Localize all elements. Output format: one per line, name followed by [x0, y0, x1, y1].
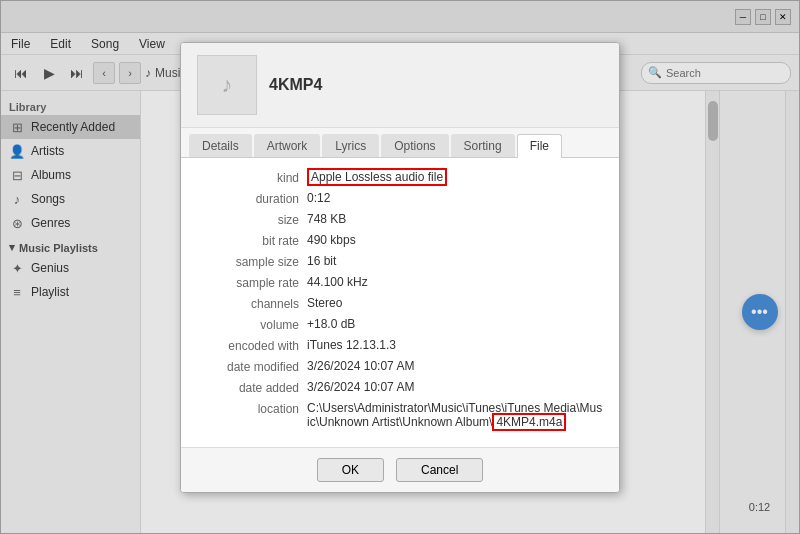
- dialog-overlay: ♪ 4KMP4 Details Artwork Lyrics Options S…: [0, 0, 800, 534]
- samplerate-value: 44.100 kHz: [307, 275, 603, 289]
- size-label: size: [197, 212, 307, 227]
- info-row-encoded: encoded with iTunes 12.13.1.3: [197, 338, 603, 353]
- info-row-size: size 748 KB: [197, 212, 603, 227]
- encoded-label: encoded with: [197, 338, 307, 353]
- ok-button[interactable]: OK: [317, 458, 384, 482]
- dateadded-value: 3/26/2024 10:07 AM: [307, 380, 603, 394]
- tab-details[interactable]: Details: [189, 134, 252, 157]
- info-row-volume: volume +18.0 dB: [197, 317, 603, 332]
- channels-label: channels: [197, 296, 307, 311]
- kind-label: kind: [197, 170, 307, 185]
- datemodified-label: date modified: [197, 359, 307, 374]
- tabs-row: Details Artwork Lyrics Options Sorting F…: [181, 128, 619, 158]
- size-value: 748 KB: [307, 212, 603, 226]
- bitrate-label: bit rate: [197, 233, 307, 248]
- samplesize-label: sample size: [197, 254, 307, 269]
- album-art: ♪: [197, 55, 257, 115]
- dateadded-label: date added: [197, 380, 307, 395]
- info-row-kind: kind Apple Lossless audio file: [197, 170, 603, 185]
- info-row-dateadded: date added 3/26/2024 10:07 AM: [197, 380, 603, 395]
- song-info-dialog: ♪ 4KMP4 Details Artwork Lyrics Options S…: [180, 42, 620, 493]
- location-label: location: [197, 401, 307, 416]
- dialog-title: 4KMP4: [269, 76, 322, 94]
- volume-label: volume: [197, 317, 307, 332]
- tab-artwork[interactable]: Artwork: [254, 134, 321, 157]
- cancel-button[interactable]: Cancel: [396, 458, 483, 482]
- info-row-bitrate: bit rate 490 kbps: [197, 233, 603, 248]
- volume-value: +18.0 dB: [307, 317, 603, 331]
- tab-file[interactable]: File: [517, 134, 562, 158]
- info-row-samplesize: sample size 16 bit: [197, 254, 603, 269]
- kind-value: Apple Lossless audio file: [307, 170, 603, 184]
- duration-value: 0:12: [307, 191, 603, 205]
- location-filename-highlighted: 4KMP4.m4a: [492, 413, 566, 431]
- location-value: C:\Users\Administrator\Music\iTunes\iTun…: [307, 401, 603, 429]
- dialog-header: ♪ 4KMP4: [181, 43, 619, 128]
- info-row-channels: channels Stereo: [197, 296, 603, 311]
- bitrate-value: 490 kbps: [307, 233, 603, 247]
- duration-label: duration: [197, 191, 307, 206]
- dialog-body: kind Apple Lossless audio file duration …: [181, 158, 619, 447]
- info-row-duration: duration 0:12: [197, 191, 603, 206]
- dialog-footer: OK Cancel: [181, 447, 619, 492]
- tab-options[interactable]: Options: [381, 134, 448, 157]
- music-note-icon: ♪: [222, 72, 233, 98]
- channels-value: Stereo: [307, 296, 603, 310]
- tab-sorting[interactable]: Sorting: [451, 134, 515, 157]
- tab-lyrics[interactable]: Lyrics: [322, 134, 379, 157]
- samplerate-label: sample rate: [197, 275, 307, 290]
- info-row-samplerate: sample rate 44.100 kHz: [197, 275, 603, 290]
- kind-value-highlighted: Apple Lossless audio file: [307, 168, 447, 186]
- datemodified-value: 3/26/2024 10:07 AM: [307, 359, 603, 373]
- encoded-value: iTunes 12.13.1.3: [307, 338, 603, 352]
- info-row-datemodified: date modified 3/26/2024 10:07 AM: [197, 359, 603, 374]
- samplesize-value: 16 bit: [307, 254, 603, 268]
- info-row-location: location C:\Users\Administrator\Music\iT…: [197, 401, 603, 429]
